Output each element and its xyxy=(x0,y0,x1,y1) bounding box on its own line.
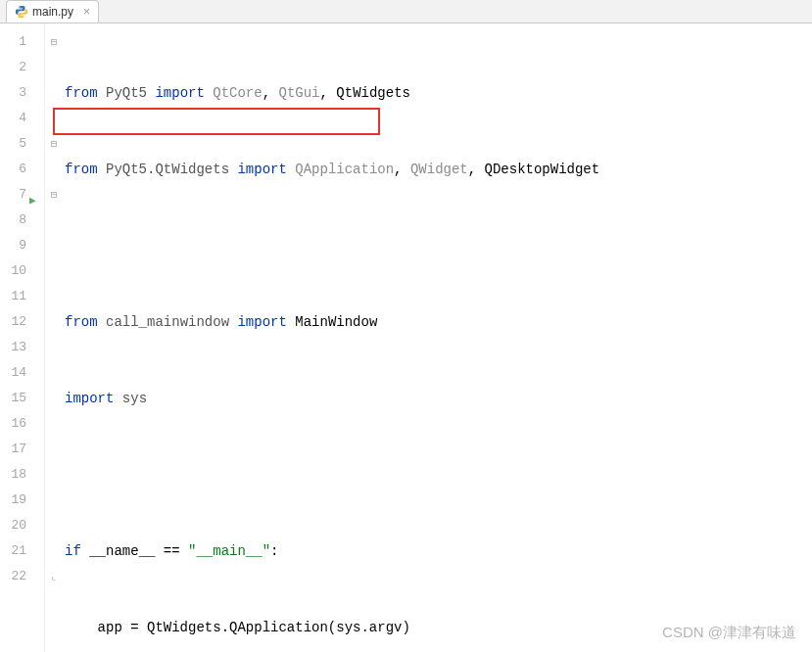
code-line[interactable]: if __name__ == "__main__": xyxy=(63,538,812,564)
line-number: 1 xyxy=(0,29,26,55)
line-number: 18 xyxy=(0,462,26,488)
line-number: 5 xyxy=(0,131,26,157)
code-line[interactable]: from PyQt5 import QtCore, QtGui, QtWidge… xyxy=(63,80,812,106)
code-line[interactable]: import sys xyxy=(63,386,812,411)
line-number: 8 xyxy=(0,208,26,233)
line-number-gutter: 1 2 3 4 5 6 7▶ 8 9 10 11 12 13 14 15 16 … xyxy=(0,23,45,652)
code-line[interactable] xyxy=(63,462,812,488)
code-line[interactable]: app = QtWidgets.QApplication(sys.argv) xyxy=(63,615,812,640)
line-number: 22 xyxy=(0,564,26,589)
line-number: 15 xyxy=(0,386,26,411)
line-number: 14 xyxy=(0,360,26,386)
fold-marker[interactable]: ⊟ xyxy=(45,182,63,208)
line-number: 11 xyxy=(0,284,26,309)
line-number: 21 xyxy=(0,538,26,564)
line-number: 16 xyxy=(0,411,26,437)
code-area[interactable]: from PyQt5 import QtCore, QtGui, QtWidge… xyxy=(63,23,812,652)
tab-bar: main.py × xyxy=(0,0,812,23)
run-gutter-icon[interactable]: ▶ xyxy=(29,188,36,213)
tab-filename: main.py xyxy=(32,5,73,19)
code-line[interactable] xyxy=(63,233,812,258)
line-number: 17 xyxy=(0,437,26,462)
fold-column: ⊟ ⊟ ⊟ ⌞ xyxy=(45,23,63,652)
line-number: 12 xyxy=(0,309,26,335)
line-number: 7▶ xyxy=(0,182,26,208)
python-file-icon xyxy=(15,5,28,19)
line-number: 13 xyxy=(0,335,26,360)
file-tab[interactable]: main.py × xyxy=(6,0,99,23)
fold-end-marker[interactable]: ⌞ xyxy=(45,564,63,589)
line-number: 19 xyxy=(0,488,26,513)
fold-marker[interactable]: ⊟ xyxy=(45,131,63,157)
line-number: 2 xyxy=(0,55,26,80)
code-editor[interactable]: 1 2 3 4 5 6 7▶ 8 9 10 11 12 13 14 15 16 … xyxy=(0,23,812,652)
code-line[interactable]: from call_mainwindow import MainWindow xyxy=(63,309,812,335)
fold-marker[interactable]: ⊟ xyxy=(45,29,63,55)
line-number: 6 xyxy=(0,157,26,182)
close-icon[interactable]: × xyxy=(83,5,90,19)
code-line[interactable]: from PyQt5.QtWidgets import QApplication… xyxy=(63,157,812,182)
line-number: 4 xyxy=(0,106,26,131)
line-number: 20 xyxy=(0,513,26,538)
line-number: 10 xyxy=(0,258,26,284)
line-number: 3 xyxy=(0,80,26,106)
line-number: 9 xyxy=(0,233,26,258)
